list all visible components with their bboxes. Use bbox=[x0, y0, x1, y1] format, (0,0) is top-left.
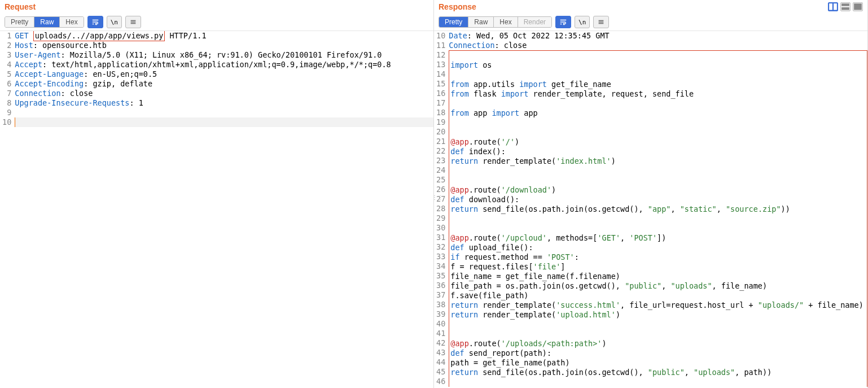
wrap-icon bbox=[559, 18, 567, 26]
layout-rows-icon[interactable] bbox=[840, 2, 851, 11]
svg-rect-2 bbox=[841, 3, 849, 6]
request-view-tabs: Pretty Raw Hex bbox=[5, 16, 84, 28]
response-editor[interactable]: 1011121314151617181920212223242526272829… bbox=[434, 31, 867, 388]
tab-raw[interactable]: Raw bbox=[34, 17, 60, 27]
layout-single-icon[interactable] bbox=[853, 2, 863, 11]
response-code[interactable]: Date: Wed, 05 Oct 2022 12:35:45 GMTConne… bbox=[449, 31, 867, 388]
svg-rect-0 bbox=[829, 3, 832, 10]
request-gutter: 12345678910 bbox=[0, 31, 15, 388]
svg-rect-3 bbox=[841, 7, 849, 10]
request-code[interactable]: GET uploads/..//app/app/views.py HTTP/1.… bbox=[15, 31, 433, 388]
response-title: Response bbox=[439, 2, 476, 11]
wrap-button[interactable] bbox=[87, 16, 103, 28]
request-editor[interactable]: 12345678910 GET uploads/..//app/app/view… bbox=[0, 31, 433, 388]
request-toolbar: Pretty Raw Hex \n bbox=[0, 14, 433, 31]
newline-button[interactable]: \n bbox=[107, 16, 122, 28]
newline-button[interactable]: \n bbox=[575, 16, 590, 28]
tab-render[interactable]: Render bbox=[518, 17, 551, 27]
request-panel: Request Pretty Raw Hex \n 12345678910 GE… bbox=[0, 0, 434, 388]
hamburger-button[interactable] bbox=[593, 16, 609, 28]
response-header: Response bbox=[434, 0, 867, 14]
layout-icons bbox=[828, 2, 863, 11]
svg-rect-1 bbox=[834, 3, 837, 10]
response-panel: ⋮⋮ Response Pretty Raw Hex Render \n bbox=[434, 0, 868, 388]
tab-hex[interactable]: Hex bbox=[60, 17, 83, 27]
request-header: Request bbox=[0, 0, 433, 14]
tab-pretty[interactable]: Pretty bbox=[5, 17, 34, 27]
wrap-button[interactable] bbox=[555, 16, 571, 28]
hamburger-icon bbox=[597, 18, 605, 26]
hamburger-button[interactable] bbox=[125, 16, 141, 28]
svg-rect-4 bbox=[854, 3, 862, 10]
response-gutter: 1011121314151617181920212223242526272829… bbox=[434, 31, 449, 388]
tab-raw[interactable]: Raw bbox=[468, 17, 494, 27]
wrap-icon bbox=[91, 18, 99, 26]
panel-drag-handle[interactable]: ⋮⋮ bbox=[432, 194, 443, 200]
request-title: Request bbox=[5, 2, 36, 11]
response-toolbar: Pretty Raw Hex Render \n bbox=[434, 14, 867, 31]
layout-columns-icon[interactable] bbox=[828, 2, 838, 11]
tab-hex[interactable]: Hex bbox=[494, 17, 518, 27]
tab-pretty[interactable]: Pretty bbox=[439, 17, 468, 27]
hamburger-icon bbox=[129, 18, 137, 26]
response-view-tabs: Pretty Raw Hex Render bbox=[439, 16, 552, 28]
